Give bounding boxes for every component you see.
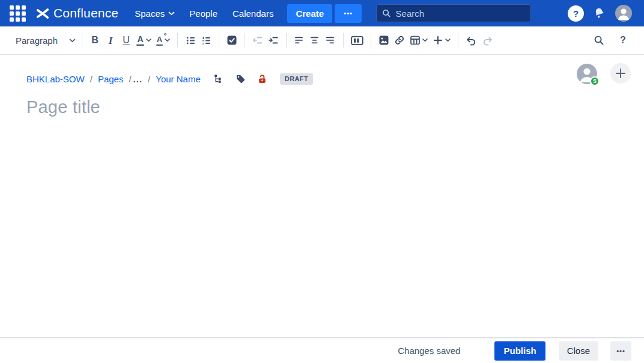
search-input[interactable]: [396, 8, 526, 19]
confluence-logo-icon: [36, 7, 49, 19]
publish-button[interactable]: Publish: [494, 341, 545, 361]
toolbar-divider: [458, 33, 458, 47]
insert-image-button[interactable]: [376, 31, 392, 50]
breadcrumb-ellipsis-button[interactable]: ...: [133, 74, 143, 84]
bold-icon: B: [91, 35, 99, 45]
presence-status-badge: S: [590, 76, 600, 86]
app-switcher-icon[interactable]: [10, 5, 26, 22]
unrestricted-button[interactable]: [257, 74, 267, 84]
bell-icon: [591, 4, 609, 22]
chevron-down-icon: [445, 38, 451, 42]
notifications-button[interactable]: [591, 5, 608, 22]
breadcrumb-pages-link[interactable]: Pages: [98, 74, 124, 84]
plus-icon: [433, 35, 443, 46]
redo-button: [479, 31, 496, 50]
text-style-dropdown[interactable]: Paragraph: [14, 31, 77, 50]
top-navigation-bar: Confluence Spaces People Calendars Creat…: [0, 0, 644, 26]
nav-spaces-label: Spaces: [135, 8, 165, 19]
editor-toolbar: Paragraph B I U A A: [0, 26, 644, 55]
toolbar-divider: [177, 33, 178, 47]
chevron-down-icon: [168, 11, 175, 16]
text-color-button[interactable]: A: [134, 31, 154, 50]
bullet-list-icon: [186, 35, 196, 46]
global-search[interactable]: [376, 4, 531, 22]
chevron-down-icon: [146, 38, 151, 42]
nav-people-label: People: [189, 8, 217, 19]
chevron-down-icon: [69, 38, 76, 43]
toolbar-divider: [219, 33, 219, 47]
help-icon: ?: [573, 8, 579, 19]
nav-calendars-link[interactable]: Calendars: [232, 8, 273, 19]
toolbar-right-group: ?: [591, 31, 634, 50]
toolbar-divider: [286, 33, 287, 47]
create-more-button[interactable]: •••: [335, 4, 362, 23]
underline-button[interactable]: U: [118, 31, 134, 50]
insert-table-button[interactable]: [407, 31, 430, 50]
nav-calendars-label: Calendars: [232, 8, 273, 19]
align-left-icon: [294, 36, 304, 44]
insert-more-button[interactable]: [430, 31, 453, 50]
footer-more-button[interactable]: •••: [610, 341, 631, 361]
draft-status-badge: DRAFT: [280, 73, 313, 85]
plus-icon: [615, 67, 627, 79]
align-right-button[interactable]: [323, 31, 338, 50]
undo-button[interactable]: [463, 31, 479, 50]
save-status-text: Changes saved: [398, 346, 460, 356]
page-tree-icon: [214, 74, 224, 84]
breadcrumb-separator: /: [148, 74, 150, 84]
user-avatar-button[interactable]: [615, 5, 632, 22]
more-formatting-icon: A: [156, 35, 163, 46]
toolbar-divider: [245, 33, 245, 47]
italic-button[interactable]: I: [103, 31, 118, 50]
breadcrumb-current-page-link[interactable]: Your Name: [156, 74, 201, 84]
outdent-icon: [252, 35, 263, 45]
text-style-label: Paragraph: [16, 35, 58, 46]
numbered-list-icon: [201, 35, 211, 46]
nav-right-controls: ?: [568, 5, 644, 22]
bullet-list-button[interactable]: [183, 31, 198, 50]
chevron-down-icon: [165, 38, 170, 42]
italic-icon: I: [109, 35, 113, 46]
table-icon: [410, 35, 421, 46]
redo-icon: [482, 35, 493, 46]
outdent-button: [250, 31, 266, 50]
create-button[interactable]: Create: [287, 4, 332, 23]
breadcrumb: BHKLab-SOW / Pages / ... / Your Name: [26, 73, 313, 85]
align-right-icon: [326, 36, 335, 44]
task-list-button[interactable]: [224, 31, 240, 50]
toolbar-divider: [371, 33, 371, 47]
page-tree-location-button[interactable]: [214, 74, 224, 84]
link-icon: [394, 35, 405, 46]
collaborator-avatar[interactable]: S: [577, 64, 597, 84]
align-center-icon: [310, 36, 320, 44]
page-layouts-icon: [351, 35, 363, 46]
editor-help-button[interactable]: ?: [615, 31, 631, 50]
breadcrumb-separator: /: [129, 74, 131, 84]
close-button[interactable]: Close: [559, 341, 598, 361]
indent-button[interactable]: [266, 31, 281, 50]
help-button[interactable]: ?: [568, 5, 584, 22]
nav-people-link[interactable]: People: [189, 8, 217, 19]
numbered-list-button[interactable]: [198, 31, 214, 50]
tag-icon: [235, 74, 246, 84]
insert-link-button[interactable]: [392, 31, 407, 50]
search-icon: [382, 8, 390, 18]
confluence-logo[interactable]: Confluence: [36, 6, 118, 20]
align-center-button[interactable]: [307, 31, 323, 50]
breadcrumb-separator: /: [90, 74, 93, 84]
editor-footer-bar: Changes saved Publish Close •••: [0, 337, 644, 363]
toolbar-divider: [343, 33, 344, 47]
page-layouts-button[interactable]: [348, 31, 366, 50]
chevron-down-icon: [422, 38, 428, 42]
invite-collaborator-button[interactable]: [610, 63, 631, 84]
breadcrumb-space-link[interactable]: BHKLab-SOW: [26, 74, 85, 84]
find-replace-button[interactable]: [591, 31, 607, 50]
bold-button[interactable]: B: [87, 31, 103, 50]
labels-button[interactable]: [235, 74, 246, 84]
image-icon: [378, 35, 389, 46]
task-list-icon: [226, 35, 237, 46]
align-left-button[interactable]: [291, 31, 307, 50]
page-title-input[interactable]: Page title: [26, 97, 100, 117]
more-formatting-button[interactable]: A: [154, 31, 172, 50]
nav-spaces-menu[interactable]: Spaces: [135, 8, 175, 19]
